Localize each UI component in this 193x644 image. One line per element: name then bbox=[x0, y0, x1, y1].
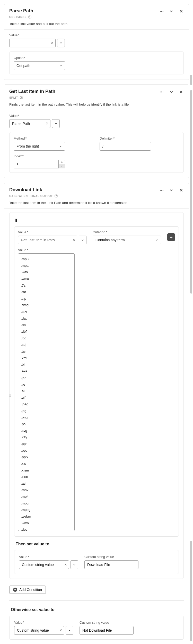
option-select[interactable]: Get path bbox=[14, 61, 65, 70]
scrollbar-thumb[interactable] bbox=[190, 75, 192, 85]
value-dropdown[interactable] bbox=[52, 119, 60, 128]
collapse-icon[interactable] bbox=[169, 188, 174, 193]
then-value-dropdown[interactable] bbox=[71, 560, 78, 569]
close-icon[interactable] bbox=[179, 9, 184, 14]
value-dropdown[interactable] bbox=[57, 39, 65, 47]
card-description: Take the last item in the Link Path and … bbox=[4, 201, 189, 208]
if-value-input[interactable]: Get Last Item in Path × bbox=[18, 236, 77, 244]
add-criterion-button[interactable]: ＋ bbox=[167, 233, 175, 241]
else-value-input[interactable]: Custom string value × bbox=[14, 626, 64, 635]
then-heading: Then set value to bbox=[16, 542, 179, 546]
option-label: Option* bbox=[14, 56, 179, 60]
card-description: Finds the last item in the path value. T… bbox=[4, 102, 189, 110]
svg-point-2 bbox=[160, 11, 161, 12]
add-condition-button[interactable]: + Add Condition bbox=[9, 586, 46, 594]
svg-point-1 bbox=[30, 18, 30, 18]
help-icon[interactable] bbox=[54, 194, 58, 198]
svg-point-8 bbox=[21, 98, 21, 99]
card-subtitle: URL PARSE bbox=[9, 15, 32, 19]
collapse-icon[interactable] bbox=[169, 9, 174, 14]
card-get-last-item: Get Last Item in Path SPLIT Finds the la… bbox=[4, 84, 189, 178]
close-icon[interactable] bbox=[179, 188, 184, 193]
delimiter-label: Delimiter* bbox=[100, 136, 179, 140]
clear-icon[interactable]: × bbox=[44, 121, 50, 126]
card-title: Get Last Item in Path bbox=[9, 89, 55, 94]
criterion-select[interactable]: Contains any term bbox=[93, 236, 161, 244]
card-title: Parse Path bbox=[9, 8, 33, 14]
extensions-textarea[interactable] bbox=[18, 253, 75, 531]
card-subtitle: SPLIT bbox=[9, 96, 23, 99]
more-icon[interactable] bbox=[159, 89, 164, 95]
value-input[interactable]: Parse Path × bbox=[9, 119, 50, 128]
svg-point-16 bbox=[160, 190, 161, 191]
if-value-label: Value* bbox=[18, 230, 86, 234]
then-string-input[interactable] bbox=[84, 560, 138, 569]
card-description: Take a link value and pull out the path bbox=[4, 22, 189, 29]
svg-point-15 bbox=[56, 197, 56, 197]
svg-point-18 bbox=[163, 190, 163, 191]
stepper-up[interactable]: ▲ bbox=[59, 160, 65, 164]
method-label: Method* bbox=[14, 136, 93, 140]
index-label: Index* bbox=[14, 154, 179, 158]
scrollbar-thumb[interactable] bbox=[190, 90, 192, 294]
stepper-down[interactable]: ▼ bbox=[59, 164, 65, 169]
then-value-label: Value* bbox=[19, 555, 78, 559]
if-heading: If bbox=[15, 218, 179, 223]
clear-icon[interactable]: × bbox=[71, 238, 77, 242]
then-string-label: Custom string value bbox=[84, 555, 138, 559]
else-string-label: Custom string value bbox=[80, 621, 134, 624]
clear-icon[interactable]: × bbox=[49, 41, 55, 45]
svg-point-9 bbox=[160, 92, 161, 92]
criterion-label: Criterion* bbox=[93, 230, 161, 234]
if-condition-panel: ⠿ If Value* Get Last Item in Path × bbox=[9, 212, 184, 579]
more-icon[interactable] bbox=[159, 188, 164, 193]
scrollbar-thumb[interactable] bbox=[190, 541, 192, 641]
svg-point-11 bbox=[163, 92, 163, 92]
delimiter-input[interactable] bbox=[100, 142, 151, 151]
collapse-icon[interactable] bbox=[169, 89, 174, 95]
help-icon[interactable] bbox=[28, 15, 32, 19]
else-value-label: Value* bbox=[14, 621, 73, 624]
drag-handle-icon[interactable]: ⠿ bbox=[9, 396, 12, 397]
index-input[interactable] bbox=[14, 160, 65, 168]
else-string-input[interactable] bbox=[80, 626, 134, 635]
card-subtitle: CASE WHEN · FINAL OUTPUT bbox=[9, 194, 58, 198]
clear-icon[interactable]: × bbox=[63, 562, 69, 567]
value-input[interactable]: × bbox=[9, 39, 56, 47]
if-value-dropdown[interactable] bbox=[79, 236, 86, 244]
extensions-label: Value* bbox=[18, 248, 175, 252]
help-icon[interactable] bbox=[20, 96, 23, 99]
clear-icon[interactable]: × bbox=[58, 628, 64, 633]
svg-point-4 bbox=[163, 11, 163, 12]
card-download-link: Download Link CASE WHEN · FINAL OUTPUT T… bbox=[4, 183, 189, 644]
more-icon[interactable] bbox=[159, 9, 164, 14]
svg-point-3 bbox=[161, 11, 162, 12]
method-select[interactable]: From the right bbox=[14, 142, 65, 151]
card-parse-path: Parse Path URL PARSE Take a link value a… bbox=[4, 4, 189, 80]
plus-icon: + bbox=[13, 588, 17, 592]
then-value-input[interactable]: Custom string value × bbox=[19, 560, 69, 569]
svg-point-17 bbox=[161, 190, 162, 191]
value-label: Value* bbox=[9, 33, 184, 37]
value-label: Value* bbox=[9, 114, 184, 118]
svg-point-10 bbox=[161, 92, 162, 92]
card-title: Download Link bbox=[9, 187, 58, 193]
else-heading: Otherwise set value to bbox=[11, 607, 184, 612]
divider bbox=[9, 600, 184, 601]
else-value-dropdown[interactable] bbox=[66, 626, 73, 635]
close-icon[interactable] bbox=[179, 89, 184, 95]
